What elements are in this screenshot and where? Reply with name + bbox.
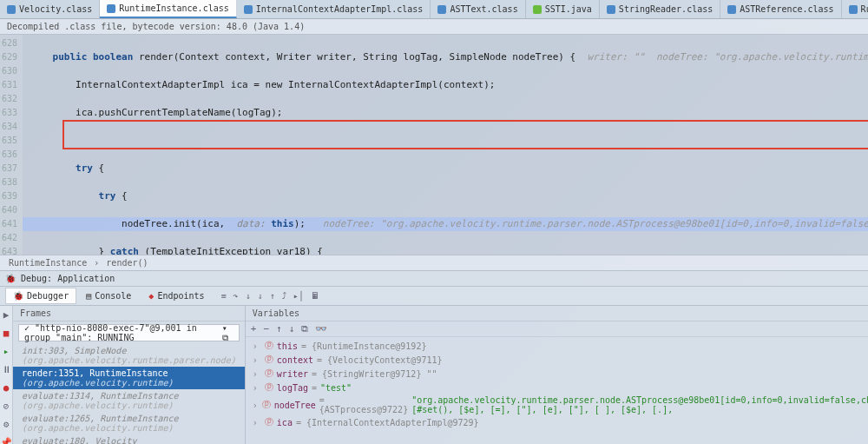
editor-tab[interactable]: RuntimeSingleton.class (842, 0, 868, 18)
tab-label: InternalContextAdapterImpl.class (256, 4, 424, 14)
expand-icon[interactable]: › (253, 369, 261, 379)
tab-console[interactable]: ▤Console (78, 288, 139, 304)
breadcrumb: RuntimeInstance › render() (0, 255, 868, 270)
file-icon (107, 4, 115, 13)
variables-list[interactable]: ›ⓟthis = {RuntimeInstance@9192}›ⓟcontext… (246, 337, 868, 444)
file-icon (849, 5, 858, 14)
expand-icon[interactable]: › (253, 355, 261, 365)
evaluate-icon[interactable]: 🖩 (311, 291, 319, 301)
up-icon[interactable]: ↑ (276, 323, 282, 335)
variable-row[interactable]: ›ⓟnodeTree = {ASTprocess@9722} "org.apac… (249, 394, 868, 415)
tab-label: ASTText.class (450, 4, 517, 14)
file-icon (533, 5, 542, 14)
param-icon: ⓟ (265, 340, 273, 352)
tab-label: Velocity.class (19, 4, 92, 14)
debug-step-icons: ≡ ↷ ↓ ⇓ ↑ ⤴ ▸│ 🖩 (221, 291, 319, 301)
expand-icon[interactable]: › (253, 401, 259, 410)
bug-icon: 🐞 (5, 274, 16, 283)
stack-frame[interactable]: evaluate:180, Velocity (org.apache.veloc… (13, 434, 245, 444)
editor-tab[interactable]: SSTI.java (526, 0, 600, 18)
resume-icon[interactable]: ▸ (3, 346, 10, 357)
file-icon (244, 5, 253, 14)
force-step-into-icon[interactable]: ⇓ (258, 291, 263, 301)
frames-list[interactable]: init:303, SimpleNode (org.apache.velocit… (13, 344, 245, 444)
variables-toolbar: + − ↑ ↓ ⧉ 👓 (246, 321, 868, 337)
tab-label: RuntimeInstance.class (119, 3, 228, 13)
remove-watch-icon[interactable]: − (263, 323, 269, 335)
expand-icon[interactable]: › (253, 341, 261, 351)
down-icon[interactable]: ↓ (289, 323, 295, 335)
param-icon: ⓟ (265, 354, 273, 366)
breadcrumb-method[interactable]: render() (106, 258, 148, 268)
param-icon: ⓟ (265, 416, 273, 428)
code-editor[interactable]: 628 629 630 631 632 633 634 635 636 637 … (0, 35, 868, 255)
file-icon (727, 5, 736, 14)
tab-label: SSTI.java (545, 4, 592, 14)
debug-left-toolbar: ▶ ■ ▸ ⏸ ● ⊘ ⚙ 📌 (0, 306, 13, 444)
editor-tab[interactable]: RuntimeInstance.class (100, 0, 236, 18)
variable-row[interactable]: ›ⓟcontext = {VelocityContext@9711} (249, 353, 868, 367)
param-icon: ⓟ (265, 381, 273, 394)
frames-panel: Frames ✓ "http-nio-8080-exec-7"@9,001 in… (13, 306, 246, 444)
run-config-name[interactable]: Application (57, 274, 115, 283)
frames-header: Frames (13, 306, 245, 321)
pause-icon[interactable]: ⏸ (2, 364, 11, 375)
editor-tab[interactable]: ASTText.class (431, 0, 525, 18)
editor-tabbar: Velocity.classRuntimeInstance.classInter… (0, 0, 868, 19)
step-into-icon[interactable]: ↓ (246, 291, 251, 301)
stack-frame[interactable]: evaluate:1314, RuntimeInstance (org.apac… (13, 389, 245, 412)
show-exec-point-icon[interactable]: ≡ (221, 291, 227, 301)
tab-label: StringReader.class (619, 4, 713, 14)
tab-endpoints[interactable]: ◆Endpoints (141, 288, 212, 304)
file-icon (607, 5, 615, 14)
editor-tab[interactable]: InternalContextAdapterImpl.class (237, 0, 431, 18)
drop-frame-icon[interactable]: ⤴ (282, 291, 286, 301)
step-out-icon[interactable]: ↑ (270, 291, 275, 301)
add-watch-icon[interactable]: + (251, 323, 257, 335)
settings-icon[interactable]: ⚙ (3, 419, 10, 430)
expand-icon[interactable]: › (253, 383, 261, 393)
thread-selector[interactable]: ✓ "http-nio-8080-exec-7"@9,001 in group … (18, 324, 240, 341)
editor-tab[interactable]: ASTReference.class (720, 0, 841, 18)
rerun-icon[interactable]: ▶ (3, 309, 10, 321)
editor-tab[interactable]: StringReader.class (600, 0, 720, 18)
variable-row[interactable]: ›ⓟthis = {RuntimeInstance@9192} (249, 339, 868, 353)
file-icon (437, 5, 446, 14)
variables-header: Variables (246, 306, 868, 321)
editor-tab[interactable]: Velocity.class (0, 0, 100, 18)
expand-icon[interactable]: › (253, 418, 261, 427)
stack-frame[interactable]: render:1351, RuntimeInstance (org.apache… (13, 367, 245, 389)
param-icon: ⓟ (265, 368, 273, 380)
tab-debugger[interactable]: 🐞Debugger (5, 288, 76, 304)
variable-row[interactable]: ›ⓟlogTag = "test" (249, 381, 868, 394)
pin-icon[interactable]: 📌 (0, 437, 12, 444)
stop-icon[interactable]: ■ (3, 328, 10, 339)
stack-frame[interactable]: init:303, SimpleNode (org.apache.velocit… (13, 344, 245, 367)
breadcrumb-class[interactable]: RuntimeInstance (9, 258, 87, 268)
gutter: 628 629 630 631 632 633 634 635 636 637 … (0, 35, 23, 255)
decompiled-banner: Decompiled .class file, bytecode version… (0, 19, 868, 35)
step-over-icon[interactable]: ↷ (233, 291, 239, 301)
variable-row[interactable]: ›ⓟica = {InternalContextAdapterImpl@9729… (249, 415, 868, 429)
run-to-cursor-icon[interactable]: ▸│ (293, 291, 304, 301)
copy-icon[interactable]: ⧉ (301, 323, 308, 335)
file-icon (7, 5, 16, 14)
stack-frame[interactable]: evaluate:1265, RuntimeInstance (org.apac… (13, 412, 245, 434)
code-area[interactable]: public boolean render(Context context, W… (23, 35, 868, 255)
param-icon: ⓟ (262, 399, 271, 411)
view-breakpoints-icon[interactable]: ● (3, 382, 10, 394)
tab-label: ASTReference.class (740, 4, 833, 14)
glasses-icon[interactable]: 👓 (315, 323, 327, 335)
debug-header: 🐞 Debug: Application (0, 270, 868, 286)
variable-row[interactable]: ›ⓟwriter = {StringWriter@9712} "" (249, 367, 868, 381)
mute-breakpoints-icon[interactable]: ⊘ (3, 401, 10, 412)
debug-toolbar: 🐞Debugger ▤Console ◆Endpoints ≡ ↷ ↓ ⇓ ↑ … (0, 286, 868, 305)
chevron-down-icon: ▾ ⧉ (222, 323, 233, 343)
tab-label: RuntimeSingleton.class (861, 4, 868, 14)
debug-panels: ▶ ■ ▸ ⏸ ● ⊘ ⚙ 📌 Frames ✓ "http-nio-8080-… (0, 305, 868, 444)
variables-panel: Variables + − ↑ ↓ ⧉ 👓 ›ⓟthis = {RuntimeI… (246, 306, 868, 444)
